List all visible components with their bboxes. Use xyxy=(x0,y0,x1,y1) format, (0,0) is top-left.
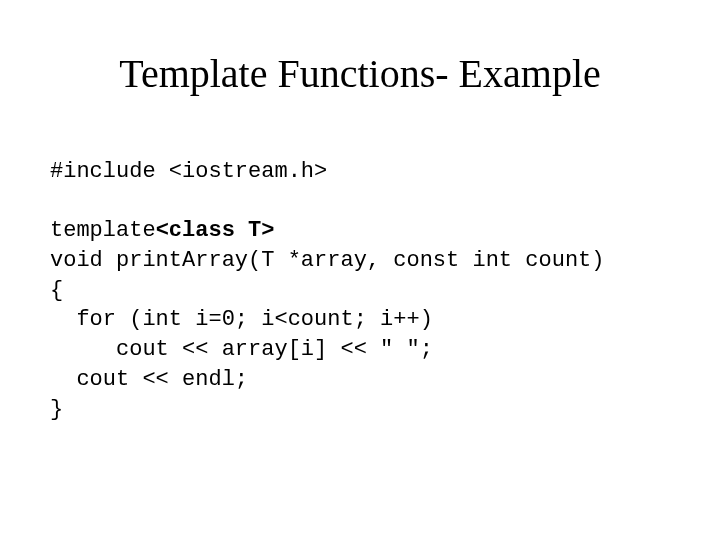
code-line-8: } xyxy=(50,397,63,422)
code-line-2-pre: template xyxy=(50,218,156,243)
slide-title: Template Functions- Example xyxy=(50,50,670,97)
code-line-5: for (int i=0; i<count; i++) xyxy=(50,307,433,332)
code-line-3: void printArray(T *array, const int coun… xyxy=(50,248,605,273)
slide: Template Functions- Example #include <io… xyxy=(0,0,720,540)
code-line-2-bold: <class T> xyxy=(156,218,275,243)
code-block: #include <iostream.h> template<class T> … xyxy=(50,157,670,424)
code-line-4: { xyxy=(50,278,63,303)
code-line-1: #include <iostream.h> xyxy=(50,159,327,184)
code-line-6: cout << array[i] << " "; xyxy=(50,337,433,362)
code-line-7: cout << endl; xyxy=(50,367,248,392)
